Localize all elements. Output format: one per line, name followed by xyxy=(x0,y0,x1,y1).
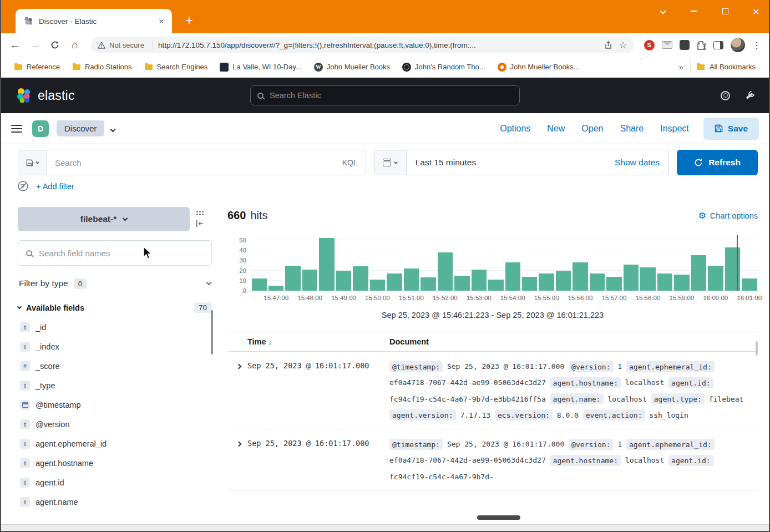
index-pattern-selector[interactable]: filebeat-* xyxy=(18,207,190,231)
histogram-bar[interactable] xyxy=(622,235,639,291)
window-maximize-button[interactable] xyxy=(716,3,734,19)
chart-options-button[interactable]: ⚙ Chart options xyxy=(698,211,758,220)
share-icon[interactable] xyxy=(604,41,612,49)
field-item[interactable]: tagent.name xyxy=(18,492,209,511)
extension-icon[interactable] xyxy=(680,40,690,50)
extension-icon[interactable]: S xyxy=(644,40,655,50)
bookmark-item[interactable]: Reference xyxy=(9,60,65,74)
histogram-bar[interactable] xyxy=(538,235,555,291)
toolbar-link-new[interactable]: New xyxy=(547,124,565,134)
toolbar-link-options[interactable]: Options xyxy=(500,124,530,134)
toolbar-link-share[interactable]: Share xyxy=(620,124,644,134)
available-fields-header[interactable]: Available fields 70 xyxy=(18,302,212,313)
histogram-bar[interactable] xyxy=(318,235,335,291)
field-item[interactable]: tagent.id xyxy=(18,473,209,492)
histogram-bar[interactable] xyxy=(555,235,571,291)
histogram-bar[interactable] xyxy=(420,235,437,291)
show-dates-button[interactable]: Show dates xyxy=(606,158,668,168)
bookmark-item[interactable]: John's Random Tho... xyxy=(397,60,490,74)
histogram-bar[interactable] xyxy=(521,235,538,291)
histogram-bar[interactable] xyxy=(690,235,707,291)
histogram-bar[interactable] xyxy=(369,235,386,291)
bookmarks-overflow-icon[interactable]: » xyxy=(675,62,688,72)
menu-hamburger-icon[interactable] xyxy=(11,125,22,133)
histogram-bar[interactable] xyxy=(640,235,656,291)
field-item[interactable]: tagent.ephemeral_id xyxy=(18,434,209,453)
window-chevron-icon[interactable] xyxy=(654,3,672,19)
help-icon[interactable] xyxy=(721,91,730,100)
field-search-box[interactable] xyxy=(18,240,212,266)
field-item[interactable]: #_score xyxy=(18,356,209,376)
browser-tab[interactable]: Discover - Elastic × xyxy=(16,9,172,33)
histogram-bar[interactable] xyxy=(285,235,301,291)
refresh-button[interactable]: Refresh xyxy=(677,150,758,175)
extension-mail-icon[interactable] xyxy=(662,41,672,49)
histogram-bar[interactable] xyxy=(335,235,352,291)
all-bookmarks-button[interactable]: All Bookmarks xyxy=(690,60,761,74)
histogram-bar[interactable] xyxy=(572,235,589,291)
expand-row-button[interactable] xyxy=(227,358,247,370)
save-button[interactable]: Save xyxy=(703,118,759,140)
histogram-bar[interactable] xyxy=(403,235,419,291)
bookmark-item[interactable]: Search Engines xyxy=(139,60,213,74)
histogram-bar[interactable] xyxy=(673,235,690,291)
url-text[interactable]: http://172.105.7.150/app/discover#/?_g=(… xyxy=(158,41,599,49)
field-item[interactable]: t_index xyxy=(18,337,209,356)
column-header-time[interactable]: Time↓ xyxy=(247,337,389,346)
histogram-bar[interactable] xyxy=(606,235,622,291)
reload-button[interactable] xyxy=(47,37,63,53)
window-close-button[interactable]: × xyxy=(747,3,766,19)
histogram-bar[interactable] xyxy=(437,235,453,291)
new-tab-button[interactable]: + xyxy=(181,12,197,29)
view-options-icon[interactable] xyxy=(196,211,198,212)
breadcrumb-chevron-icon[interactable] xyxy=(111,124,115,134)
home-button[interactable]: ⌂ xyxy=(67,37,83,53)
toolbar-link-open[interactable]: Open xyxy=(581,124,603,134)
column-header-document[interactable]: Document xyxy=(389,337,758,346)
forward-button[interactable]: → xyxy=(27,37,43,53)
query-language-button[interactable]: KQL xyxy=(335,158,366,167)
space-avatar[interactable]: D xyxy=(32,120,49,137)
histogram-bar[interactable] xyxy=(741,235,758,291)
table-scrollbar[interactable] xyxy=(756,341,758,356)
breadcrumb[interactable]: Discover xyxy=(57,120,104,136)
histogram-bar[interactable] xyxy=(386,235,403,291)
histogram-bar[interactable] xyxy=(504,235,521,291)
endpoint-tools-icon[interactable] xyxy=(744,90,754,100)
histogram-bar[interactable] xyxy=(352,235,369,291)
histogram-bar[interactable] xyxy=(707,235,724,291)
profile-avatar[interactable] xyxy=(731,38,745,52)
bookmark-item[interactable]: Radio Stations xyxy=(67,60,137,74)
bookmark-star-icon[interactable]: ☆ xyxy=(619,39,627,51)
field-item[interactable]: @timestamp xyxy=(18,395,209,414)
field-item[interactable]: t@version xyxy=(18,414,209,434)
histogram-plot[interactable] xyxy=(251,235,758,291)
time-range-value[interactable]: Last 15 minutes xyxy=(407,158,485,168)
date-picker-menu-button[interactable] xyxy=(374,150,407,175)
elastic-search-box[interactable] xyxy=(250,85,520,105)
field-item[interactable]: t_id xyxy=(18,317,209,337)
bookmark-item[interactable]: John Mueller Books... xyxy=(493,60,585,74)
field-item[interactable]: tagent.hostname xyxy=(18,453,209,473)
histogram-bar[interactable] xyxy=(656,235,673,291)
filter-by-type-dropdown[interactable]: Filter by type 0 xyxy=(18,271,212,296)
window-minimize-button[interactable] xyxy=(685,3,703,19)
address-bar[interactable]: Not secure http://172.105.7.150/app/disc… xyxy=(91,37,634,53)
histogram-bar[interactable] xyxy=(267,235,284,291)
field-search-input[interactable] xyxy=(38,248,204,259)
browser-menu-icon[interactable]: ⋮ xyxy=(752,40,761,50)
sidebar-scrollbar[interactable] xyxy=(211,310,213,354)
tab-close-icon[interactable]: × xyxy=(156,16,166,27)
extensions-puzzle-icon[interactable] xyxy=(697,40,706,50)
histogram-bar[interactable] xyxy=(488,235,504,291)
field-item[interactable]: t_type xyxy=(18,376,209,395)
histogram-bar[interactable] xyxy=(301,235,318,291)
histogram-bar[interactable] xyxy=(470,235,487,291)
side-panel-icon[interactable] xyxy=(713,41,723,49)
toolbar-link-inspect[interactable]: Inspect xyxy=(660,124,689,134)
query-search-input[interactable] xyxy=(47,158,335,168)
back-button[interactable]: ← xyxy=(7,37,23,53)
security-label[interactable]: Not secure xyxy=(109,41,144,49)
histogram-bar[interactable] xyxy=(454,235,470,291)
collapse-sidebar-icon[interactable] xyxy=(195,220,204,227)
